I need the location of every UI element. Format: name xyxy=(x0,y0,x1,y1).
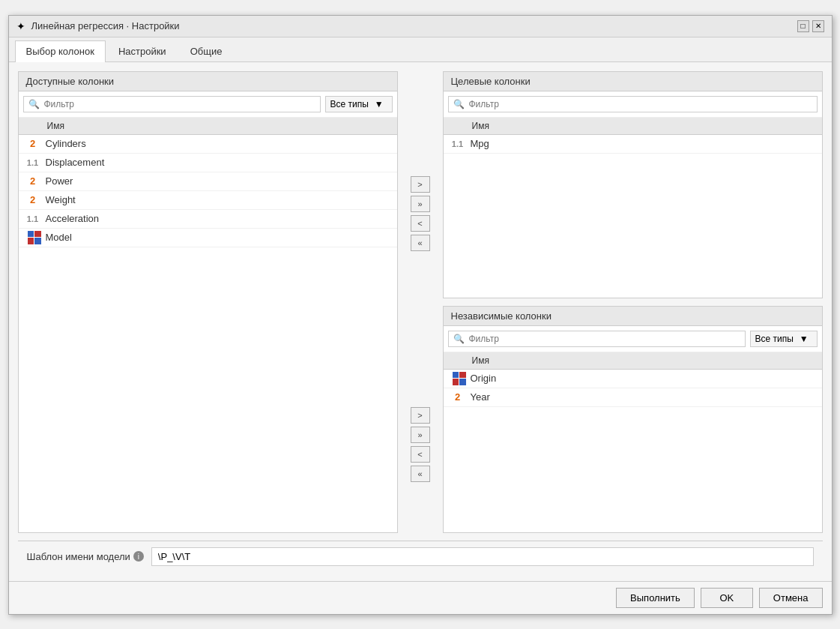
minimize-button[interactable]: □ xyxy=(797,20,809,32)
available-type-dropdown[interactable]: Все типы ▼ xyxy=(325,96,393,112)
right-panel: Целевые колонки 🔍 Имя xyxy=(443,71,823,533)
independent-type-dropdown[interactable]: Все типы ▼ xyxy=(750,331,818,347)
available-columns-panel: Доступные колонки 🔍 Все типы ▼ И xyxy=(18,71,398,533)
move-all-right-independent-button[interactable]: » xyxy=(411,427,430,443)
type-float-icon: 1.1 xyxy=(24,156,42,169)
info-icon[interactable]: i xyxy=(133,551,144,562)
available-columns-header: Доступные колонки xyxy=(19,72,397,91)
type-int-icon: 2 xyxy=(24,175,42,188)
independent-filter-input[interactable] xyxy=(469,334,740,344)
chevron-down-icon: ▼ xyxy=(800,334,809,344)
ok-button[interactable]: OK xyxy=(701,588,753,608)
type-mixed-icon xyxy=(28,231,41,244)
type-int-icon: 2 xyxy=(449,391,467,404)
table-row[interactable]: Model xyxy=(19,229,397,247)
move-left-target-button[interactable]: < xyxy=(411,215,430,232)
main-panels: Доступные колонки 🔍 Все типы ▼ И xyxy=(18,71,823,533)
table-row[interactable]: 2 Power xyxy=(19,172,397,191)
model-label: Шаблон имени модели i xyxy=(27,551,144,562)
table-row[interactable]: 1.1 Acceleration xyxy=(19,210,397,229)
col-name-mpg: Mpg xyxy=(471,138,489,149)
cancel-button[interactable]: Отмена xyxy=(759,588,823,608)
col-name-acceleration: Acceleration xyxy=(46,213,100,224)
tab-general[interactable]: Общие xyxy=(179,40,234,61)
independent-col-list: Origin 2 Year xyxy=(444,370,822,532)
footer-buttons: Выполнить OK Отмена xyxy=(9,581,832,614)
move-left-independent-button[interactable]: < xyxy=(411,446,430,463)
execute-button[interactable]: Выполнить xyxy=(616,588,695,608)
titlebar: ✦ Линейная регрессия · Настройки □ ✕ xyxy=(9,16,832,37)
available-col-list: 2 Cylinders 1.1 Displacement xyxy=(19,135,397,532)
tab-column-selection[interactable]: Выбор колонок xyxy=(15,40,106,62)
move-all-right-target-button[interactable]: » xyxy=(411,196,430,212)
target-columns-header: Целевые колонки xyxy=(444,72,822,91)
move-all-left-independent-button[interactable]: « xyxy=(411,466,430,482)
col-name-cylinders: Cylinders xyxy=(46,138,86,149)
main-window: ✦ Линейная регрессия · Настройки □ ✕ Выб… xyxy=(8,15,833,615)
move-right-independent-button[interactable]: > xyxy=(411,407,430,424)
col-name-weight: Weight xyxy=(46,194,76,205)
chevron-down-icon: ▼ xyxy=(375,99,384,109)
tabs-bar: Выбор колонок Настройки Общие xyxy=(9,37,832,62)
close-button[interactable]: ✕ xyxy=(812,20,824,32)
target-col-header: Имя xyxy=(444,118,822,135)
type-float-icon: 1.1 xyxy=(449,137,467,151)
search-icon: 🔍 xyxy=(28,99,40,109)
window-title: Линейная регрессия · Настройки xyxy=(31,20,180,31)
target-filter-row: 🔍 xyxy=(444,91,822,118)
target-transfer-buttons: > » < « > » < « xyxy=(407,71,434,533)
type-int-icon: 2 xyxy=(24,193,42,207)
col-name-origin: Origin xyxy=(471,373,497,384)
table-row[interactable]: 2 Year xyxy=(444,388,822,407)
table-row[interactable]: 1.1 Displacement xyxy=(19,154,397,172)
table-row[interactable]: 1.1 Mpg xyxy=(444,135,822,154)
independent-filter-input-wrapper: 🔍 xyxy=(448,331,746,347)
titlebar-controls: □ ✕ xyxy=(797,20,824,32)
type-mixed-icon xyxy=(453,372,466,385)
tab-settings[interactable]: Настройки xyxy=(107,40,178,61)
table-row[interactable]: Origin xyxy=(444,370,822,388)
available-filter-input[interactable] xyxy=(44,99,315,109)
available-filter-input-wrapper: 🔍 xyxy=(23,96,321,112)
app-icon: ✦ xyxy=(16,20,25,32)
col-name-power: Power xyxy=(46,175,73,187)
col-name-year: Year xyxy=(471,391,490,403)
target-col-list: 1.1 Mpg xyxy=(444,135,822,298)
independent-columns-panel: Независимые колонки 🔍 Все типы ▼ xyxy=(443,306,823,533)
target-filter-input[interactable] xyxy=(469,99,812,109)
titlebar-left: ✦ Линейная регрессия · Настройки xyxy=(16,20,180,32)
independent-col-header: Имя xyxy=(444,352,822,370)
model-name-input[interactable] xyxy=(151,547,814,566)
model-name-row: Шаблон имени модели i xyxy=(18,541,823,572)
independent-columns-header: Независимые колонки xyxy=(444,307,822,326)
table-row[interactable]: 2 Cylinders xyxy=(19,135,397,154)
search-icon: 🔍 xyxy=(453,334,465,344)
content-area: Доступные колонки 🔍 Все типы ▼ И xyxy=(9,62,832,581)
search-icon: 🔍 xyxy=(453,99,465,109)
col-name-displacement: Displacement xyxy=(46,157,105,168)
target-filter-input-wrapper: 🔍 xyxy=(448,96,818,112)
table-row[interactable]: 2 Weight xyxy=(19,191,397,210)
available-filter-row: 🔍 Все типы ▼ xyxy=(19,91,397,118)
target-columns-panel: Целевые колонки 🔍 Имя xyxy=(443,71,823,298)
move-all-left-target-button[interactable]: « xyxy=(411,235,430,251)
independent-filter-row: 🔍 Все типы ▼ xyxy=(444,326,822,352)
move-right-target-button[interactable]: > xyxy=(411,176,430,193)
col-name-model: Model xyxy=(46,232,72,243)
type-float-icon: 1.1 xyxy=(24,212,42,226)
available-col-header: Имя xyxy=(19,118,397,135)
type-int-icon: 2 xyxy=(24,137,42,151)
